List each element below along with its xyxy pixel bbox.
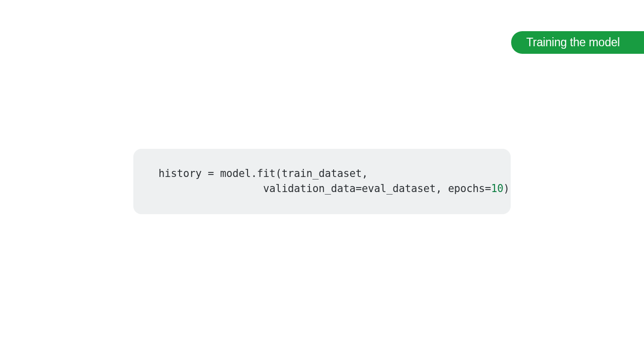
code-block: history = model.fit(train_dataset, valid… (133, 149, 511, 214)
slide-title-badge: Training the model (511, 31, 644, 54)
code-line-1: history = model.fit(train_dataset, (158, 166, 491, 181)
code-line-2: validation_data=eval_dataset, epochs=10) (158, 181, 491, 196)
code-line-2-suffix: ) (504, 183, 510, 195)
code-number-literal: 10 (491, 183, 503, 195)
code-line-2-prefix: validation_data=eval_dataset, epochs= (158, 183, 491, 195)
